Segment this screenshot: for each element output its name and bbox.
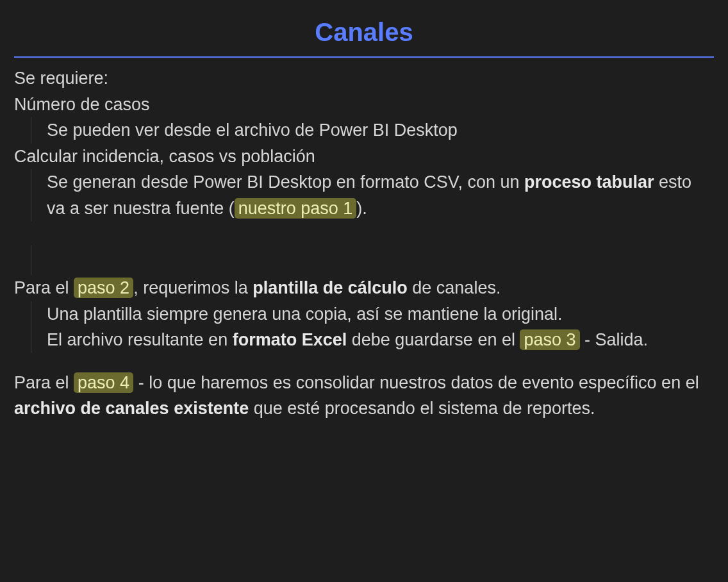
csv-bold1: proceso tabular (524, 172, 654, 192)
paso4-bold1: archivo de canales existente (14, 399, 249, 418)
excel-hl-paso3: paso 3 (520, 329, 579, 350)
paso4-p1: Para el (14, 373, 74, 392)
plantilla-copia: Una plantilla siempre genera una copia, … (47, 304, 562, 324)
csv-p1: Se generan desde Power BI Desktop en for… (47, 172, 524, 192)
paso2-p1: Para el (14, 278, 74, 297)
line-desde-powerbi: Se pueden ver desde el archivo de Power … (31, 117, 714, 144)
page-title: Canales (14, 13, 714, 56)
spacer (14, 221, 714, 245)
line-calc-incidencia: Calcular incidencia, casos vs población (14, 144, 714, 170)
title-rule (14, 56, 714, 58)
excel-bold1: formato Excel (233, 330, 347, 349)
paso2-detail-block: Una plantilla siempre genera una copia, … (31, 301, 714, 353)
line-csv: Se generan desde Power BI Desktop en for… (31, 169, 714, 221)
paso4-p2: - lo que haremos es consolidar nuestros … (133, 373, 699, 392)
excel-line: El archivo resultante en formato Excel d… (47, 329, 648, 350)
csv-hl-paso1: nuestro paso 1 (235, 198, 357, 219)
paso2-p3: de canales. (408, 278, 501, 297)
excel-p1: El archivo resultante en (47, 330, 233, 349)
line-paso2: Para el paso 2, requerimos la plantilla … (14, 275, 714, 301)
paso4-hl: paso 4 (74, 372, 133, 393)
excel-p3: - Salida. (580, 330, 649, 349)
paso2-bold1: plantilla de cálculo (252, 278, 408, 297)
spacer (14, 353, 714, 370)
csv-p3: ). (356, 199, 367, 218)
document-page: Canales Se requiere: Número de casos Se … (0, 0, 728, 422)
line-numero-casos: Número de casos (14, 92, 714, 118)
empty-indent-bar (31, 245, 714, 275)
paso2-hl: paso 2 (74, 278, 133, 298)
excel-p2: debe guardarse en el (347, 330, 520, 349)
line-se-requiere: Se requiere: (14, 65, 714, 92)
paso4-p3: que esté procesando el sistema de report… (249, 399, 595, 418)
line-paso4: Para el paso 4 - lo que haremos es conso… (14, 370, 714, 422)
paso2-p2: , requerimos la (133, 278, 252, 297)
